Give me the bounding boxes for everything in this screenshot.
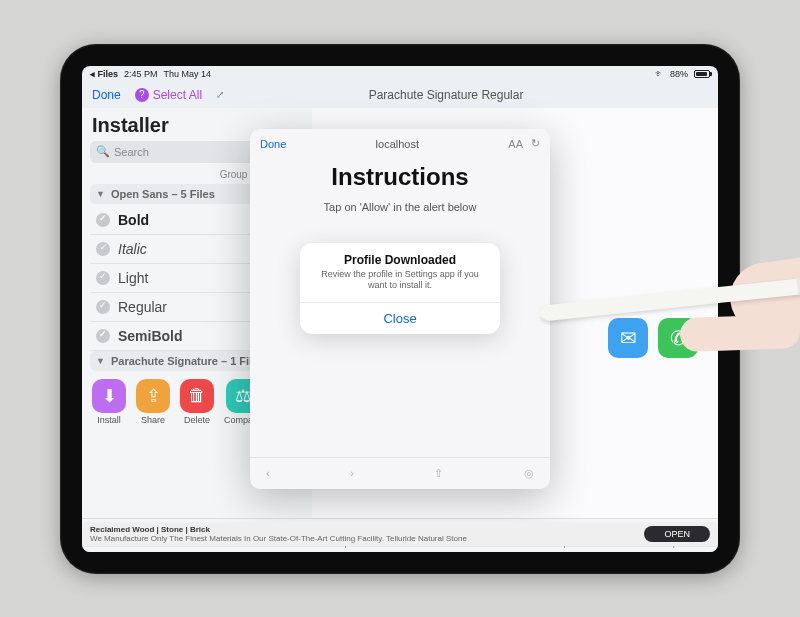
sheet-done[interactable]: Done (260, 138, 286, 150)
web-sheet: Done localhost AA ↻ Instructions Tap on … (250, 129, 550, 489)
nav-select-all[interactable]: ? Select All (135, 88, 202, 102)
trash-icon: 🗑 (180, 379, 214, 413)
alert-close-button[interactable]: Close (300, 302, 500, 334)
sheet-subheading: Tap on 'Allow' in the alert below (260, 201, 540, 213)
preview-title: Parachute Signature Regular (369, 88, 524, 102)
ad-headline: Reclaimed Wood | Stone | Brick (90, 525, 467, 534)
ipad-screen: ◂ Files 2:45 PM Thu May 14 ᯤ 88% Done ? … (82, 66, 718, 552)
refresh-icon[interactable]: ↻ (531, 137, 540, 150)
delete-button[interactable]: 🗑Delete (180, 379, 214, 425)
back-to-app[interactable]: ◂ Files (90, 69, 118, 79)
profile-alert: Profile Downloaded Review the profile in… (300, 243, 500, 334)
app-nav: Done ? Select All ⤢ Parachute Signature … (82, 82, 718, 108)
browser-share-icon[interactable]: ⇧ (434, 467, 443, 480)
install-button[interactable]: ⬇Install (92, 379, 126, 425)
browser-back-icon[interactable]: ‹ (266, 467, 270, 479)
check-icon (96, 329, 110, 343)
check-icon (96, 271, 110, 285)
expand-icon[interactable]: ⤢ (216, 89, 224, 100)
download-icon: ⬇ (92, 379, 126, 413)
mail-app-icon[interactable]: ✉ (608, 318, 648, 358)
app-icon-row: ✉ ✆ (608, 318, 698, 358)
sheet-heading: Instructions (260, 163, 540, 191)
ad-banner[interactable]: Reclaimed Wood | Stone | Brick We Manufa… (82, 522, 718, 546)
search-icon: 🔍 (96, 145, 110, 158)
share-icon: ⇪ (136, 379, 170, 413)
share-button[interactable]: ⇪Share (136, 379, 170, 425)
ad-open-button[interactable]: OPEN (644, 526, 710, 542)
battery-icon (694, 70, 710, 78)
status-date: Thu May 14 (164, 69, 212, 79)
check-icon (96, 242, 110, 256)
ad-sub: We Manufacture Only The Finest Materials… (90, 534, 467, 543)
status-bar: ◂ Files 2:45 PM Thu May 14 ᯤ 88% (82, 66, 718, 82)
chevron-down-icon: ▼ (96, 189, 105, 199)
check-icon (96, 213, 110, 227)
text-size-icon[interactable]: AA (508, 138, 523, 150)
battery-pct: 88% (670, 69, 688, 79)
phone-app-icon[interactable]: ✆ (658, 318, 698, 358)
ipad-bezel: ◂ Files 2:45 PM Thu May 14 ᯤ 88% Done ? … (60, 44, 740, 574)
alert-message: Review the profile in Settings app if yo… (300, 269, 500, 302)
check-icon (96, 300, 110, 314)
nav-done[interactable]: Done (92, 88, 121, 102)
chevron-down-icon: ▼ (96, 356, 105, 366)
alert-title: Profile Downloaded (300, 243, 500, 269)
browser-forward-icon[interactable]: › (350, 467, 354, 479)
wifi-icon: ᯤ (655, 69, 664, 79)
sheet-host: localhost (376, 138, 419, 150)
status-time: 2:45 PM (124, 69, 158, 79)
browser-tabs-icon[interactable]: ◎ (524, 467, 534, 480)
help-icon: ? (135, 88, 149, 102)
